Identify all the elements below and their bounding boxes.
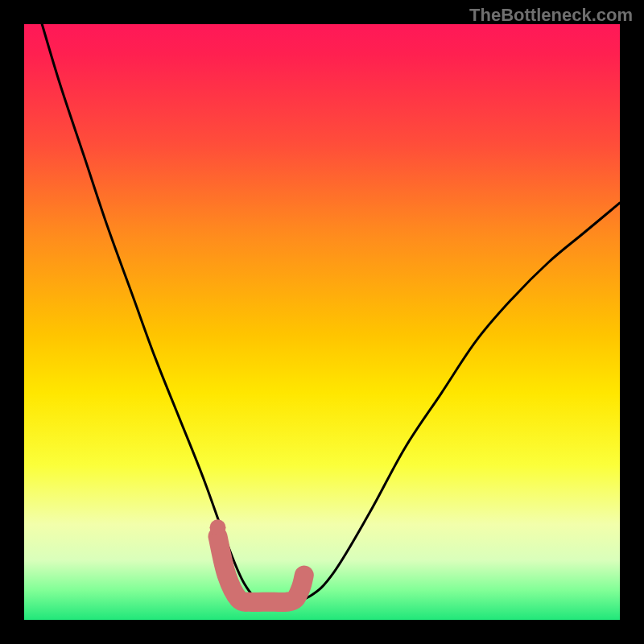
marker-dots — [210, 519, 226, 535]
curve-layer — [24, 24, 620, 620]
bottleneck-curve — [42, 24, 620, 604]
plot-area — [24, 24, 620, 620]
min-region-marker — [218, 536, 304, 602]
watermark-text: TheBottleneck.com — [469, 5, 633, 26]
marker-dot — [210, 519, 226, 535]
chart-frame: TheBottleneck.com — [0, 0, 644, 644]
